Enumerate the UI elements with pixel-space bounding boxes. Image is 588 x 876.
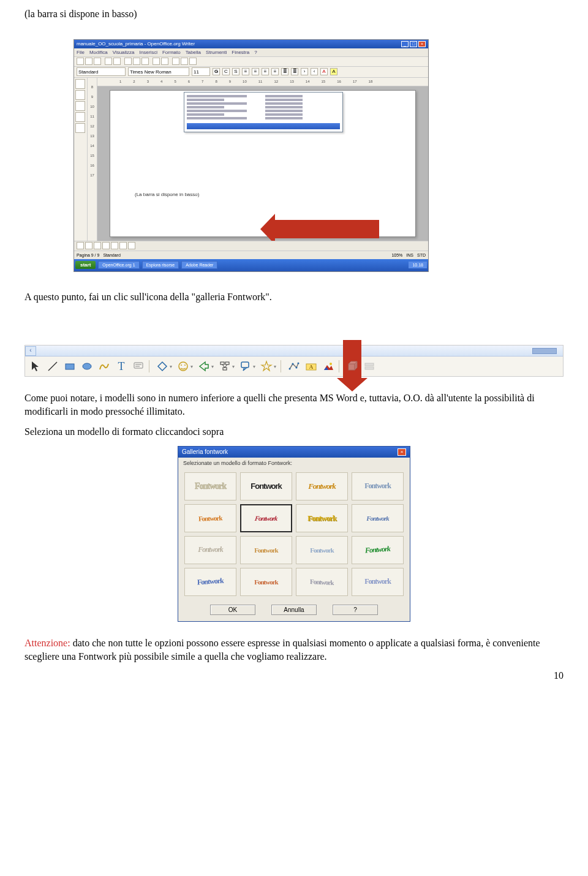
align-left-icon[interactable]: ≡	[242, 68, 249, 75]
taskbar-item[interactable]: OpenOffice.org 1	[98, 261, 139, 269]
font-select[interactable]: Times New Roman	[128, 67, 189, 76]
save-icon[interactable]	[94, 58, 101, 65]
dropdown-icon[interactable]: ▾	[252, 364, 256, 369]
minimize-icon[interactable]: _	[401, 41, 409, 47]
sidebar-icon[interactable]	[75, 90, 85, 100]
shapes-icon[interactable]	[119, 242, 127, 249]
menu-insert[interactable]: Inserisci	[140, 50, 157, 55]
rectangle-icon[interactable]	[63, 360, 77, 373]
rect-icon[interactable]	[94, 242, 101, 249]
fontwork-icon[interactable]	[128, 242, 135, 249]
menu-edit[interactable]: Modifica	[89, 50, 108, 55]
cut-icon[interactable]	[124, 58, 132, 65]
callout-text-icon[interactable]	[132, 360, 145, 373]
font-color-icon[interactable]: A	[320, 68, 328, 75]
extrusion-icon[interactable]	[345, 360, 359, 373]
numlist-icon[interactable]: ≣	[291, 68, 298, 75]
bold-button[interactable]: G	[213, 68, 220, 75]
line-icon[interactable]	[85, 242, 92, 249]
help-button[interactable]: ?	[333, 605, 378, 615]
fontwork-option[interactable]: Fontwork	[296, 568, 348, 596]
menu-window[interactable]: Finestra	[232, 50, 249, 55]
close-icon[interactable]: ×	[418, 41, 426, 47]
fontwork-option[interactable]: Fontwork	[240, 536, 292, 564]
fontwork-option[interactable]: Fontwork	[240, 568, 292, 596]
dropdown-icon[interactable]: ▾	[190, 364, 194, 369]
line-icon[interactable]	[46, 360, 59, 373]
fontwork-option[interactable]: Fontwork	[296, 536, 348, 564]
undo-icon[interactable]	[153, 58, 160, 65]
align-justify-icon[interactable]: ≡	[271, 68, 279, 75]
taskbar-item[interactable]: Adobe Reader	[181, 261, 217, 269]
ellipse-icon[interactable]	[102, 242, 110, 249]
menu-view[interactable]: Visualizza	[113, 50, 135, 55]
basic-shapes-icon[interactable]	[156, 360, 169, 373]
fontwork-gallery-icon[interactable]: A	[304, 360, 318, 373]
sidebar-icon[interactable]	[75, 101, 85, 111]
fontwork-option[interactable]: Fontwork	[184, 472, 236, 500]
fontwork-option[interactable]: Fontwork	[184, 536, 236, 564]
dropdown-icon[interactable]: ▾	[211, 364, 214, 369]
scroll-left-icon[interactable]: ‹	[25, 346, 36, 356]
cancel-button[interactable]: Annulla	[271, 605, 317, 615]
zoom-icon[interactable]	[189, 58, 197, 65]
horizontal-scrollbar[interactable]: ‹	[25, 345, 563, 357]
callouts-icon[interactable]	[239, 360, 252, 373]
scroll-thumb[interactable]	[532, 348, 557, 354]
fontwork-option[interactable]: Fontwork	[296, 472, 348, 500]
dropdown-icon[interactable]: ▾	[232, 364, 235, 369]
dropdown-icon[interactable]: ▾	[273, 364, 277, 369]
copy-icon[interactable]	[133, 58, 140, 65]
fontwork-option[interactable]: Fontwork	[352, 504, 404, 532]
stars-icon[interactable]	[260, 360, 273, 373]
list-icon[interactable]: ≣	[281, 68, 288, 75]
indent-icon[interactable]: ›	[301, 68, 308, 75]
fontwork-option-selected[interactable]: Fontwork	[240, 504, 292, 532]
points-icon[interactable]	[287, 360, 301, 373]
symbol-shapes-icon[interactable]	[176, 360, 190, 373]
preview-icon[interactable]	[113, 58, 121, 65]
menu-table[interactable]: Tabella	[186, 50, 201, 55]
freeform-icon[interactable]	[97, 360, 111, 373]
ok-button[interactable]: OK	[210, 605, 255, 615]
sidebar-icon[interactable]	[75, 79, 85, 89]
toolbar-options-icon[interactable]	[363, 360, 376, 373]
cursor-icon[interactable]	[29, 360, 42, 373]
outdent-icon[interactable]: ‹	[311, 68, 318, 75]
maximize-icon[interactable]: □	[410, 41, 417, 47]
highlight-icon[interactable]: A	[330, 68, 337, 75]
menu-tools[interactable]: Strumenti	[206, 50, 227, 55]
underline-button[interactable]: S	[232, 68, 239, 75]
open-icon[interactable]	[85, 58, 92, 65]
text-icon[interactable]	[111, 242, 118, 249]
size-select[interactable]: 11	[192, 67, 210, 76]
menu-format[interactable]: Formato	[162, 50, 181, 55]
close-icon[interactable]: ×	[398, 448, 406, 456]
align-right-icon[interactable]: ≡	[262, 68, 269, 75]
fontwork-option[interactable]: Fontwork	[352, 536, 404, 564]
paste-icon[interactable]	[141, 58, 149, 65]
print-icon[interactable]	[105, 58, 112, 65]
fontwork-option[interactable]: Fontwork	[184, 568, 236, 596]
menu-file[interactable]: File	[77, 50, 85, 55]
redo-icon[interactable]	[161, 58, 168, 65]
ellipse-icon[interactable]	[80, 360, 94, 373]
gallery-icon[interactable]	[181, 58, 188, 65]
taskbar-item[interactable]: Esplora risorse	[142, 261, 179, 269]
fontwork-option[interactable]: Fontwork	[296, 504, 348, 532]
from-file-icon[interactable]	[322, 360, 335, 373]
fontwork-option[interactable]: Fontwork	[352, 568, 404, 596]
flowchart-icon[interactable]	[218, 360, 232, 373]
sidebar-icon[interactable]	[75, 123, 85, 133]
block-arrows-icon[interactable]	[197, 360, 211, 373]
select-icon[interactable]	[77, 242, 84, 249]
text-icon[interactable]: T	[115, 360, 128, 373]
table-icon[interactable]	[172, 58, 179, 65]
italic-button[interactable]: C	[222, 68, 230, 75]
sidebar-icon[interactable]	[75, 112, 85, 122]
fontwork-option[interactable]: Fontwork	[240, 472, 292, 500]
dropdown-icon[interactable]: ▾	[169, 364, 173, 369]
new-icon[interactable]	[77, 58, 84, 65]
style-select[interactable]: Standard	[77, 67, 126, 76]
menu-help[interactable]: ?	[254, 50, 257, 55]
